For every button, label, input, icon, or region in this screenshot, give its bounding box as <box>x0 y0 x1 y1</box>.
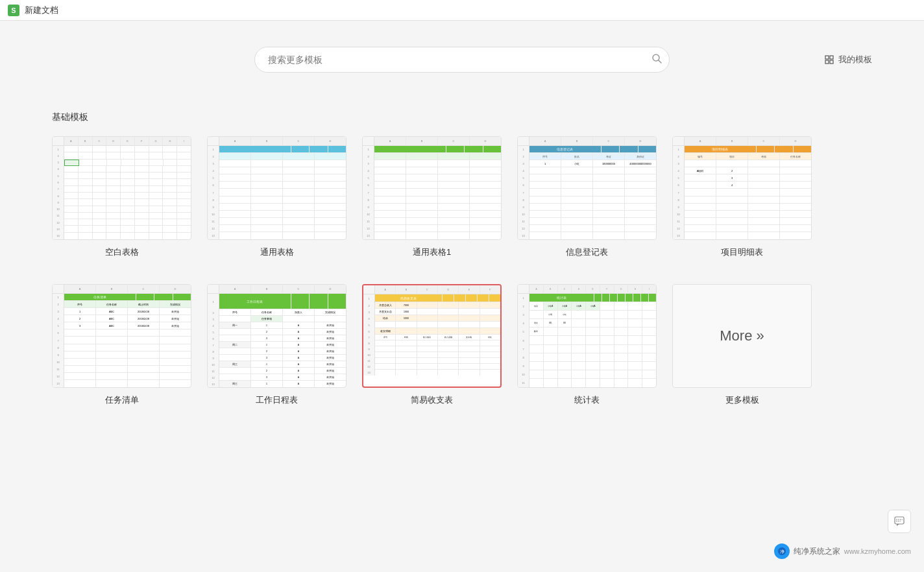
chat-button[interactable] <box>888 510 911 533</box>
template-finance[interactable]: A B C D E F 1简易收支表 2月度总收入7000 3月度支出总1900… <box>362 284 502 406</box>
template-finance-preview: A B C D E F 1简易收支表 2月度总收入7000 3月度支出总1900… <box>362 284 502 388</box>
second-section: A B C D 1任务清单 2序号任务名称截止时间完成情况 31ABC2018/… <box>52 284 872 406</box>
template-general-preview: A B C D 1 2 3 4 5 6 7 8 9 <box>207 136 346 240</box>
template-blank-preview: A B C D E F G H I 1 2 3 4 <box>52 136 191 240</box>
svg-rect-5 <box>830 60 833 64</box>
basic-section-title: 基础模板 <box>52 112 872 123</box>
search-input[interactable] <box>254 47 670 73</box>
template-project-preview: A B C D 1项目明细表 2编号项目考核任务名称 3 4A组织2 53 64… <box>672 136 812 240</box>
window-title: 新建文档 <box>25 5 58 16</box>
svg-line-1 <box>659 60 661 63</box>
basic-section: 基础模板 A B C D E F G H <box>52 112 872 258</box>
template-general[interactable]: A B C D 1 2 3 4 5 6 7 8 9 <box>207 136 346 258</box>
svg-rect-4 <box>825 60 829 64</box>
basic-templates-grid: A B C D E F G H I 1 2 3 4 <box>52 136 872 258</box>
title-bar: S 新建文档 <box>0 0 924 21</box>
template-project[interactable]: A B C D 1项目明细表 2编号项目考核任务名称 3 4A组织2 53 64… <box>672 136 812 258</box>
template-work[interactable]: A B C D 1工作日程表 2序号任务名称负责人完成情况 3任务事项 4周一1… <box>207 284 346 406</box>
svg-rect-3 <box>830 56 833 59</box>
more-text: More » <box>720 328 764 344</box>
template-stats-label: 统计表 <box>574 394 600 406</box>
svg-text:净: 净 <box>779 549 784 554</box>
template-blank[interactable]: A B C D E F G H I 1 2 3 4 <box>52 136 191 258</box>
svg-rect-2 <box>825 56 829 59</box>
my-templates-btn[interactable]: 我的模板 <box>824 54 872 66</box>
template-info-preview: A B C D 1信息登记表 2序号姓名考证身份证 31小红1800000004… <box>517 136 657 240</box>
template-task-preview: A B C D 1任务清单 2序号任务名称截止时间完成情况 31ABC2018/… <box>52 284 191 388</box>
badge-logo: 净 <box>774 543 790 559</box>
template-work-label: 工作日程表 <box>256 394 298 406</box>
template-general1[interactable]: A B C D 1 2 3 4 5 6 7 8 9 <box>362 136 502 258</box>
template-info[interactable]: A B C D 1信息登记表 2序号姓名考证身份证 31小红1800000004… <box>517 136 657 258</box>
template-blank-label: 空白表格 <box>105 246 139 258</box>
main-container: 我的模板 基础模板 A B C D E F <box>0 21 924 572</box>
more-templates-preview[interactable]: More » <box>672 284 812 388</box>
more-templates-grid: A B C D 1任务清单 2序号任务名称截止时间完成情况 31ABC2018/… <box>52 284 872 406</box>
search-wrapper <box>254 47 670 73</box>
template-info-label: 信息登记表 <box>566 246 608 258</box>
template-stats[interactable]: A B C D E F G H I 1统计表 2名目小组A小组A小组A小组A <box>517 284 657 406</box>
badge-text: 纯净系统之家 <box>794 546 840 557</box>
my-templates-label: 我的模板 <box>838 54 872 66</box>
search-icon[interactable] <box>651 53 662 66</box>
template-more[interactable]: More » 更多模板 <box>672 284 812 406</box>
template-task[interactable]: A B C D 1任务清单 2序号任务名称截止时间完成情况 31ABC2018/… <box>52 284 191 406</box>
template-project-label: 项目明细表 <box>721 246 763 258</box>
template-work-preview: A B C D 1工作日程表 2序号任务名称负责人完成情况 3任务事项 4周一1… <box>207 284 346 388</box>
bottom-badge: 净 纯净系统之家 www.kzmyhome.com <box>774 543 911 559</box>
template-stats-preview: A B C D E F G H I 1统计表 2名目小组A小组A小组A小组A <box>517 284 657 388</box>
app-icon: S <box>8 5 19 16</box>
template-task-label: 任务清单 <box>105 394 139 406</box>
template-general-label: 通用表格 <box>260 246 294 258</box>
template-general1-label: 通用表格1 <box>413 246 451 258</box>
svg-rect-6 <box>895 517 904 524</box>
template-more-label: 更多模板 <box>725 394 759 406</box>
template-finance-label: 简易收支表 <box>411 394 453 406</box>
template-general1-preview: A B C D 1 2 3 4 5 6 7 8 9 <box>362 136 502 240</box>
search-area: 我的模板 <box>52 47 872 73</box>
badge-url: www.kzmyhome.com <box>844 547 911 555</box>
